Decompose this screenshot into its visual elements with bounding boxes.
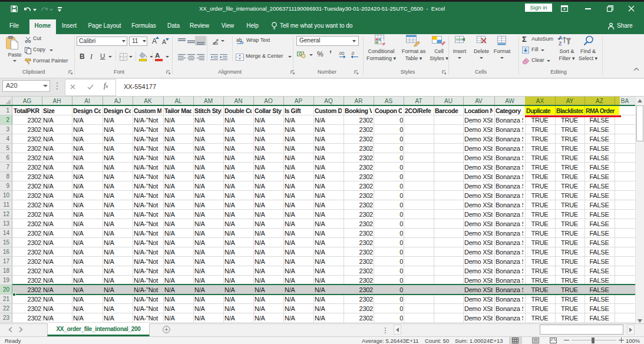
svg-text:A: A [559,35,563,41]
svg-text:.0: .0 [351,51,354,56]
svg-text:≠: ≠ [382,41,386,47]
svg-text:.00: .00 [338,51,344,56]
svg-text:Z: Z [559,41,562,46]
svg-text:ab: ab [213,41,218,45]
